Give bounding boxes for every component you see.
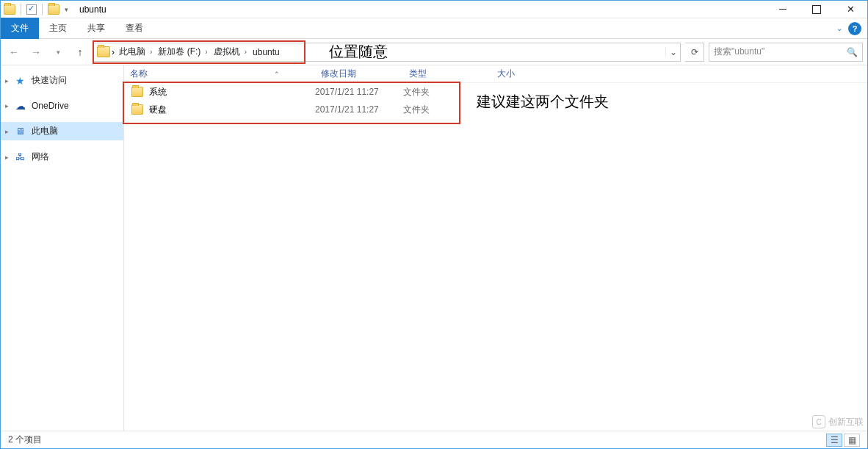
watermark-text: 创新互联 [828, 416, 864, 428]
tab-view[interactable]: 查看 [115, 18, 153, 39]
tab-file[interactable]: 文件 [1, 18, 39, 39]
view-details-button[interactable]: ☰ [826, 434, 842, 447]
chevron-right-icon[interactable]: ▸ [5, 128, 9, 135]
folder-icon [131, 104, 143, 115]
file-list: 系统 2017/1/21 11:27 文件夹 硬盘 2017/1/21 11:2… [124, 83, 867, 118]
tab-home[interactable]: 主页 [39, 18, 77, 39]
content-area: 名称 ⌃ 修改日期 类型 大小 系统 2017/1/21 11:27 文件夹 硬… [124, 65, 867, 431]
tab-share[interactable]: 共享 [77, 18, 115, 39]
chevron-right-icon[interactable]: › [243, 48, 248, 56]
column-headers: 名称 ⌃ 修改日期 类型 大小 [124, 65, 867, 83]
address-bar[interactable]: › 此电脑› 新加卷 (F:)› 虚拟机› ubuntu 位置随意 ⌄ [93, 43, 681, 62]
qat-dropdown-icon[interactable]: ▾ [62, 6, 70, 13]
ribbon-tabs: 文件 主页 共享 查看 ⌄ ? [1, 18, 867, 39]
nav-bar: › 此电脑› 新加卷 (F:)› 虚拟机› ubuntu 位置随意 ⌄ ⟳ 搜索… [1, 39, 867, 65]
view-switch: ☰ ▦ [826, 434, 860, 447]
body: ▸ 快速访问 ▸ OneDrive ▸ 此电脑 ▸ 网络 [1, 65, 867, 431]
status-bar: 2 个项目 ☰ ▦ [1, 431, 867, 448]
watermark: C 创新互联 [812, 415, 864, 428]
folder-icon [4, 4, 15, 15]
network-icon [15, 151, 27, 163]
col-name[interactable]: 名称 ⌃ [124, 68, 315, 80]
maximize-button[interactable] [800, 1, 833, 18]
chevron-right-icon[interactable]: ▸ [5, 77, 9, 85]
back-button[interactable] [5, 43, 23, 61]
refresh-button[interactable]: ⟳ [685, 43, 704, 62]
file-name: 系统 [149, 86, 167, 98]
sidebar: ▸ 快速访问 ▸ OneDrive ▸ 此电脑 ▸ 网络 [1, 65, 124, 431]
status-text: 2 个项目 [8, 434, 42, 446]
separator [21, 4, 21, 15]
sidebar-item-label: 快速访问 [32, 74, 67, 87]
breadcrumb-seg: 虚拟机› [211, 46, 248, 58]
chevron-right-icon[interactable]: › [148, 48, 153, 56]
minimize-button[interactable] [766, 1, 800, 18]
col-date[interactable]: 修改日期 [315, 68, 403, 80]
file-date: 2017/1/21 11:27 [315, 104, 403, 115]
chevron-right-icon[interactable]: ▸ [5, 102, 9, 109]
watermark-icon: C [812, 415, 825, 428]
properties-qat-icon[interactable] [26, 4, 37, 15]
new-folder-qat-icon[interactable] [48, 4, 59, 15]
search-placeholder: 搜索"ubuntu" [714, 46, 764, 58]
address-dropdown-icon[interactable]: ⌄ [665, 47, 680, 57]
folder-icon [97, 46, 110, 57]
separator [42, 4, 43, 15]
sidebar-item-onedrive[interactable]: ▸ OneDrive [1, 97, 123, 115]
search-icon[interactable]: 🔍 [847, 47, 858, 57]
help-button[interactable]: ? [848, 22, 861, 35]
up-button[interactable] [71, 43, 89, 61]
file-name: 硬盘 [149, 104, 167, 116]
file-date: 2017/1/21 11:27 [315, 87, 403, 97]
chevron-right-icon[interactable]: › [203, 48, 209, 56]
explorer-window: ▾ ubuntu 文件 主页 共享 查看 ⌄ ? › 此电脑› 新加卷 (F [0, 0, 868, 449]
sidebar-item-quickaccess[interactable]: ▸ 快速访问 [1, 71, 123, 90]
close-button[interactable] [833, 1, 867, 18]
history-dropdown-icon[interactable] [49, 43, 67, 61]
forward-button[interactable] [27, 43, 45, 61]
sidebar-item-thispc[interactable]: ▸ 此电脑 [1, 122, 123, 140]
window-controls [766, 1, 867, 18]
pc-icon [15, 126, 27, 137]
breadcrumb-seg: ubuntu [250, 47, 283, 57]
sidebar-item-network[interactable]: ▸ 网络 [1, 148, 123, 166]
cloud-icon [15, 100, 27, 112]
star-icon [15, 75, 27, 87]
ribbon-collapse-icon[interactable]: ⌄ [831, 24, 848, 32]
titlebar: ▾ ubuntu [1, 1, 867, 18]
breadcrumb-seg: 新加卷 (F:)› [155, 46, 209, 58]
window-title: ubuntu [73, 4, 106, 15]
quick-access-toolbar: ▾ [1, 4, 73, 15]
col-size[interactable]: 大小 [491, 68, 550, 80]
view-large-button[interactable]: ▦ [844, 434, 860, 447]
chevron-right-icon[interactable]: ▸ [5, 154, 9, 161]
sort-asc-icon: ⌃ [274, 71, 280, 78]
folder-icon [131, 87, 143, 97]
col-type[interactable]: 类型 [403, 68, 491, 80]
breadcrumb-seg: 此电脑› [116, 46, 153, 58]
sidebar-item-label: 网络 [32, 151, 49, 163]
chevron-right-icon[interactable]: › [112, 47, 115, 57]
annotation-text: 建议建这两个文件夹 [477, 92, 609, 112]
annotation-text: 位置随意 [329, 42, 388, 62]
sidebar-item-label: 此电脑 [32, 125, 58, 137]
search-input[interactable]: 搜索"ubuntu" 🔍 [709, 43, 863, 62]
sidebar-item-label: OneDrive [32, 101, 69, 111]
